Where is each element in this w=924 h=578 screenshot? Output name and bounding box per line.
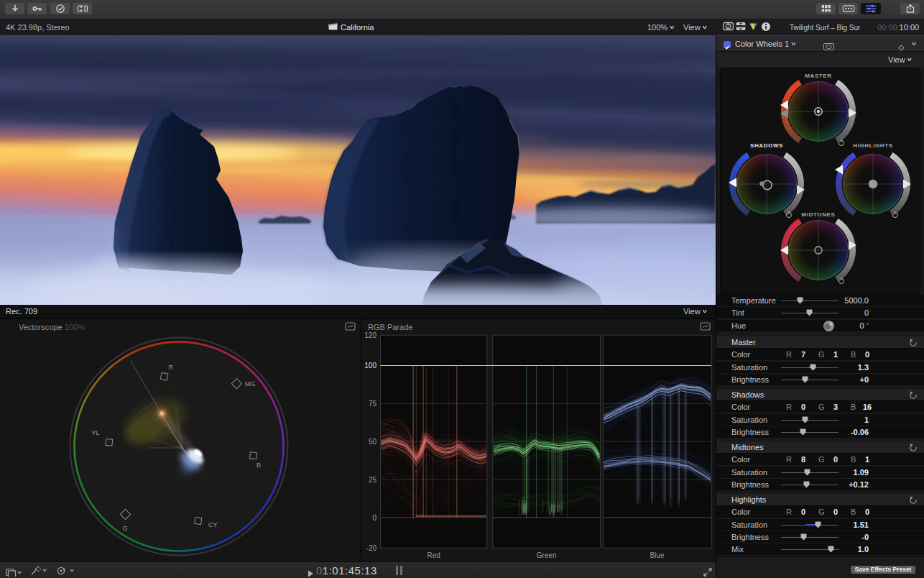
svg-text:75: 75 [369,400,377,408]
svg-text:0: 0 [372,514,376,522]
svg-text:MG: MG [245,380,256,387]
svg-text:G: G [122,525,127,532]
svg-text:Green: Green [537,551,557,559]
svg-text:100%: 100% [65,323,85,331]
svg-text:B: B [257,462,261,469]
svg-text:120: 120 [364,331,376,339]
svg-text:-20: -20 [366,544,377,552]
svg-text:Red: Red [427,551,440,559]
svg-text:R: R [169,364,174,371]
svg-text:RGB Parade: RGB Parade [368,323,412,331]
svg-text:50: 50 [369,438,377,446]
svg-text:Vectorscope: Vectorscope [19,323,63,331]
svg-text:25: 25 [369,476,377,484]
svg-text:100: 100 [364,362,376,370]
svg-text:Blue: Blue [650,551,665,559]
svg-text:CY: CY [208,521,218,528]
svg-text:2: 2 [727,24,730,29]
svg-text:YL: YL [91,429,99,436]
